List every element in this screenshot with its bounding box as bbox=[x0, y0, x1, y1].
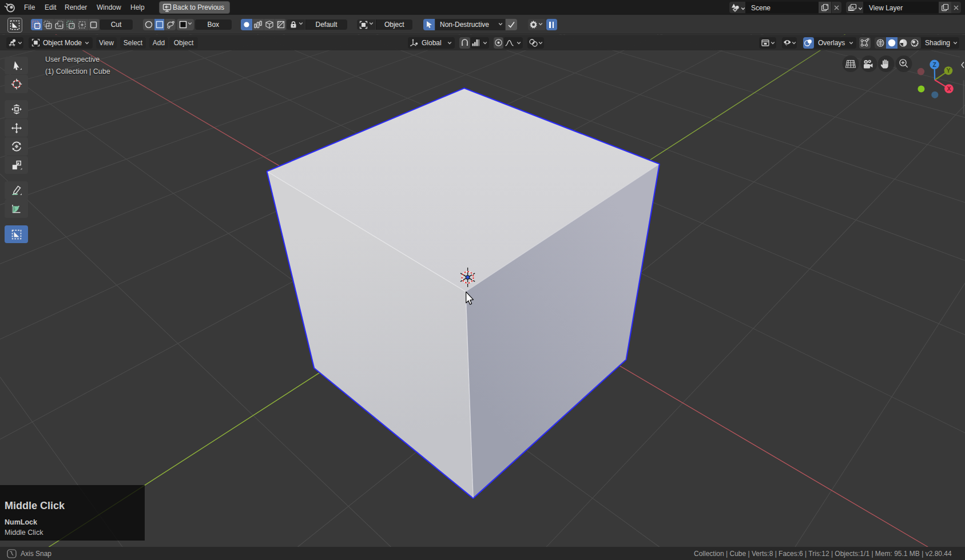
svg-text:X: X bbox=[947, 85, 951, 92]
svg-text:Y: Y bbox=[946, 67, 950, 74]
svg-text:Z: Z bbox=[932, 61, 936, 68]
